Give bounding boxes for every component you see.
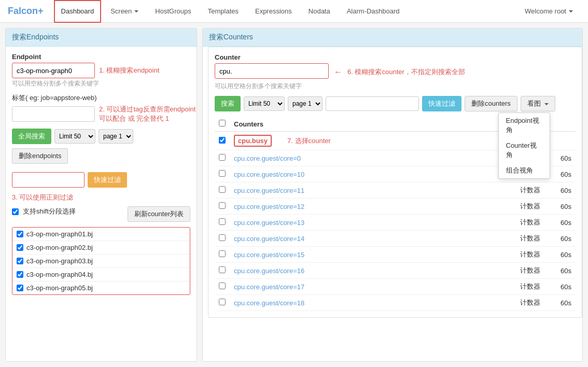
endpoint-group: Endpoint 1. 模糊搜索endpoint 可以用空格分割多个搜索关键字	[12, 53, 190, 88]
counter-link-1[interactable]: cpu.core.guest/core=0	[234, 154, 301, 162]
counter-checkbox-2[interactable]	[219, 170, 226, 177]
counter-input-row: ← 6. 模糊搜索counter，不指定则搜索全部	[215, 63, 576, 81]
counter-filter-input[interactable]	[326, 96, 419, 111]
endpoint-item-3: c3-op-mon-graph04.bj	[12, 268, 190, 281]
counter-type-3: 计数器	[503, 182, 544, 199]
counter-interval-6: 60s	[544, 231, 576, 247]
filter-annotation: 3. 可以使用正则过滤	[12, 193, 190, 202]
counter-interval-5: 60s	[544, 215, 576, 231]
counter-annotation: 6. 模糊搜索counter，不指定则搜索全部	[347, 67, 465, 77]
table-row: cpu.core.guest/core=13计数器60s	[215, 215, 576, 231]
endpoint-checkbox-1[interactable]	[17, 244, 23, 251]
counter-interval-3: 60s	[544, 182, 576, 199]
counter-input[interactable]	[215, 63, 329, 79]
counter-checkbox-5[interactable]	[219, 218, 226, 225]
counter-type-5: 计数器	[503, 215, 544, 231]
nav-screen[interactable]: Screen	[103, 0, 146, 23]
counter-checkbox-0[interactable]	[219, 137, 226, 144]
filter-btn[interactable]: 快速过滤	[88, 172, 127, 188]
counter-checkbox-4[interactable]	[219, 202, 226, 209]
counter-checkbox-8[interactable]	[219, 266, 226, 273]
limit-select[interactable]: Limit 50 Limit 100 Limit 200	[54, 129, 95, 144]
counter-link-8[interactable]: cpu.core.guest/core=16	[234, 267, 304, 275]
counter-link-9[interactable]: cpu.core.guest/core=17	[234, 283, 304, 291]
table-row: cpu.core.guest/core=18计数器60s	[215, 295, 576, 311]
counter-link-3[interactable]: cpu.core.guest/core=11	[234, 187, 304, 194]
view-dropdown: Endpoint视角 Counter视角 组合视角	[498, 112, 550, 179]
table-row: cpu.core.guest/core=11计数器60s	[215, 182, 576, 199]
endpoint-checkbox-2[interactable]	[17, 258, 23, 264]
counter-interval-7: 60s	[544, 247, 576, 263]
nav-user[interactable]: Welcome root	[517, 0, 580, 23]
nav-alarm-dashboard[interactable]: Alarm-Dashboard	[340, 0, 407, 23]
counter-link-0[interactable]: cpu.busy	[238, 137, 268, 145]
left-panel-header: 搜索Endpoints	[6, 29, 197, 47]
shift-checkbox[interactable]	[12, 208, 19, 215]
table-row: cpu.core.guest/core=16计数器60s	[215, 263, 576, 279]
tag-group: 标签( eg: job=appstore-web) 2. 可以通过tag反查所需…	[12, 93, 190, 123]
search-controls-row: 全局搜索 Limit 50 Limit 100 Limit 200 page 1…	[12, 129, 190, 144]
endpoint-input-row: 1. 模糊搜索endpoint	[12, 63, 190, 78]
counter-link-2[interactable]: cpu.core.guest/core=10	[234, 171, 304, 178]
endpoint-checkbox-3[interactable]	[17, 271, 23, 278]
counter-limit-select[interactable]: Limit 50 Limit 100	[244, 96, 285, 111]
endpoint-checkbox-0[interactable]	[17, 231, 23, 237]
nav-items: Dashboard Screen HostGroups Templates Ex…	[54, 0, 580, 23]
counter-link-6[interactable]: cpu.core.guest/core=14	[234, 235, 304, 243]
view-btn[interactable]: 看图	[521, 96, 555, 111]
view-btn-wrapper: 看图 Endpoint视角 Counter视角 组合视角	[521, 96, 555, 111]
tag-input-row: 2. 可以通过tag反查所需endpoint 可以配合 或 完全替代 1	[12, 105, 190, 123]
delete-endpoints-row: 删除endpoints	[12, 148, 190, 164]
endpoint-name-3: c3-op-mon-graph04.bj	[26, 271, 93, 278]
counter-link-10[interactable]: cpu.core.guest/core=18	[234, 299, 304, 307]
tag-annotation2: 可以配合 或 完全替代 1	[99, 114, 195, 123]
counter-search-btn[interactable]: 搜索	[215, 96, 241, 111]
search-btn[interactable]: 全局搜索	[12, 129, 51, 144]
refresh-btn-wrapper: 刷新counter列表	[128, 206, 190, 222]
nav-right: Welcome root	[517, 0, 580, 23]
counter-quick-filter-btn[interactable]: 快速过滤	[422, 96, 461, 111]
counter-checkbox-9[interactable]	[219, 283, 226, 289]
view-counter[interactable]: Counter视角	[499, 138, 550, 163]
shift-checkbox-row: 支持shift分段选择	[12, 207, 76, 216]
counter-arrow-icon: ←	[334, 67, 342, 77]
counter-type-6: 计数器	[503, 231, 544, 247]
select-all-checkbox[interactable]	[219, 120, 226, 126]
endpoint-input[interactable]	[12, 63, 95, 78]
tag-annotation1: 2. 可以通过tag反查所需endpoint	[99, 105, 195, 114]
counter-link-5[interactable]: cpu.core.guest/core=13	[234, 219, 304, 227]
right-panel-body: Counter ← 6. 模糊搜索counter，不指定则搜索全部 可以用空格分…	[208, 47, 582, 318]
delete-counters-btn[interactable]: 删除counters	[465, 96, 517, 111]
view-combined[interactable]: 组合视角	[499, 163, 550, 178]
counter-interval-10: 60s	[544, 295, 576, 311]
delete-endpoints-btn[interactable]: 删除endpoints	[12, 148, 68, 164]
counter-interval-8: 60s	[544, 263, 576, 279]
nav-templates[interactable]: Templates	[201, 0, 246, 23]
counter-checkbox-6[interactable]	[219, 234, 226, 241]
endpoint-hint: 可以用空格分割多个搜索关键字	[12, 79, 190, 88]
counter-link-4[interactable]: cpu.core.guest/core=12	[234, 203, 304, 210]
endpoint-list: c3-op-mon-graph01.bj c3-op-mon-graph02.b…	[12, 227, 190, 295]
nav-expressions[interactable]: Expressions	[248, 0, 299, 23]
nav-dashboard[interactable]: Dashboard	[54, 0, 102, 23]
counter-checkbox-3[interactable]	[219, 186, 226, 193]
nav-nodata[interactable]: Nodata	[301, 0, 338, 23]
filter-section: 快速过滤 3. 可以使用正则过滤	[12, 172, 190, 202]
counter-checkbox-7[interactable]	[219, 250, 226, 257]
page-select[interactable]: page 1 page 2	[99, 129, 133, 144]
view-caret-icon	[544, 103, 549, 105]
tag-input[interactable]	[12, 106, 95, 122]
view-endpoint[interactable]: Endpoint视角	[499, 113, 550, 138]
endpoint-checkbox-4[interactable]	[17, 285, 23, 291]
counter-interval-9: 60s	[544, 279, 576, 295]
right-panel: 搜索Counters Counter ← 6. 模糊搜索counter，不指定则…	[202, 28, 583, 362]
filter-input[interactable]	[12, 172, 85, 188]
refresh-counter-btn[interactable]: 刷新counter列表	[128, 206, 190, 222]
navbar: Falcon+ Dashboard Screen HostGroups Temp…	[0, 0, 588, 23]
tag-annotation-block: 2. 可以通过tag反查所需endpoint 可以配合 或 完全替代 1	[99, 105, 195, 123]
counter-link-7[interactable]: cpu.core.guest/core=15	[234, 251, 304, 259]
counter-checkbox-1[interactable]	[219, 154, 226, 161]
nav-hostgroups[interactable]: HostGroups	[148, 0, 198, 23]
counter-checkbox-10[interactable]	[219, 299, 226, 305]
counter-page-select[interactable]: page 1 page 2	[288, 96, 323, 111]
